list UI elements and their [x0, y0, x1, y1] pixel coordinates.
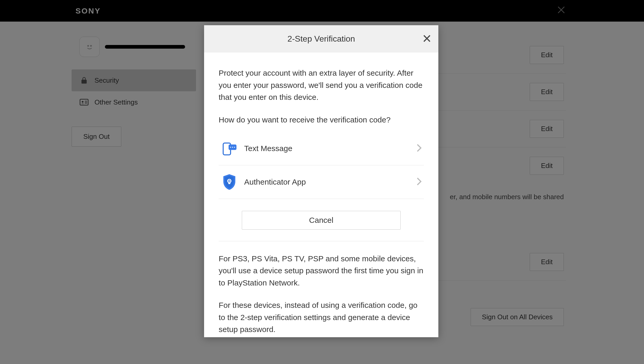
modal-body: Protect your account with an extra layer…: [204, 53, 438, 337]
cancel-button[interactable]: Cancel: [242, 211, 401, 230]
svg-point-13: [230, 147, 231, 148]
svg-point-15: [234, 147, 235, 148]
divider: [219, 241, 424, 241]
modal-header: 2-Step Verification: [204, 25, 438, 53]
two-step-verification-modal: 2-Step Verification Protect your account…: [204, 25, 438, 337]
modal-question-text: How do you want to receive the verificat…: [219, 114, 424, 126]
modal-footer-text-2: For these devices, instead of using a ve…: [219, 299, 424, 336]
option-label: Text Message: [244, 144, 292, 153]
option-authenticator-app[interactable]: Authenticator App: [219, 165, 424, 199]
option-label: Authenticator App: [244, 178, 306, 186]
modal-intro-text: Protect your account with an extra layer…: [219, 67, 424, 103]
shield-lock-icon: [220, 174, 238, 190]
chevron-right-icon: [416, 144, 422, 153]
chevron-right-icon: [416, 177, 422, 187]
modal-close-button[interactable]: [422, 33, 432, 45]
svg-point-14: [232, 147, 233, 148]
sms-icon: [220, 141, 238, 156]
modal-footer-text-1: For PS3, PS Vita, PS TV, PSP and some mo…: [219, 253, 424, 289]
option-text-message[interactable]: Text Message: [219, 132, 424, 165]
modal-title: 2-Step Verification: [287, 34, 355, 44]
